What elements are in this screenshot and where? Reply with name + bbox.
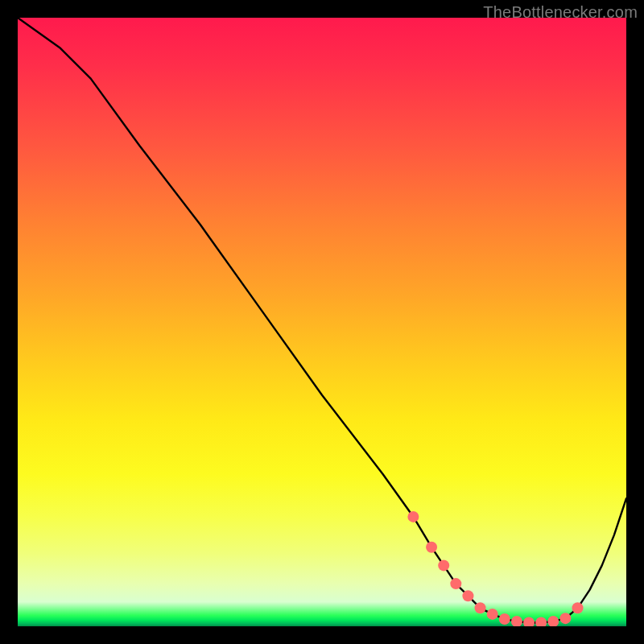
highlight-dot <box>547 616 559 626</box>
plot-area <box>18 18 626 626</box>
highlight-dots <box>407 511 583 626</box>
highlight-dot <box>487 609 498 620</box>
highlight-dot <box>426 542 437 553</box>
highlight-dot <box>407 511 419 522</box>
curve-layer <box>18 18 626 626</box>
highlight-dot <box>450 578 461 589</box>
highlight-dot <box>511 616 522 626</box>
highlight-dot <box>499 613 510 625</box>
highlight-dot <box>535 617 547 626</box>
highlight-dot <box>475 602 486 613</box>
highlight-dot <box>559 613 571 624</box>
highlight-dot <box>572 602 584 613</box>
bottleneck-curve <box>18 18 626 622</box>
chart-stage: TheBottlenecker.com <box>0 0 644 644</box>
highlight-dot <box>523 617 535 626</box>
watermark-text: TheBottlenecker.com <box>483 3 638 22</box>
highlight-dot <box>438 559 449 571</box>
highlight-dot <box>462 590 473 601</box>
